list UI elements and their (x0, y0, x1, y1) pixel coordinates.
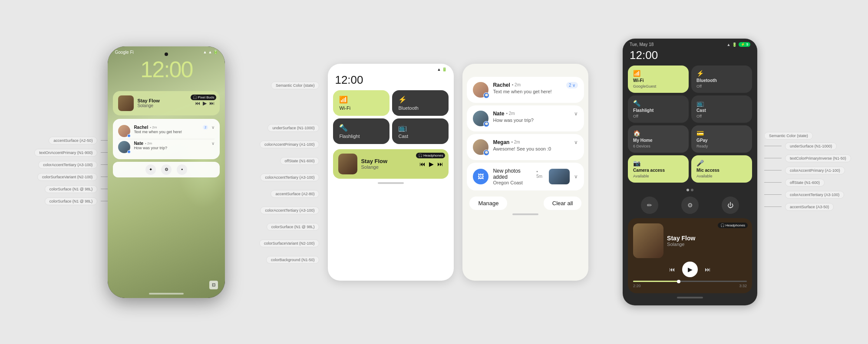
rp-home-tile[interactable]: 🏠 My Home 6 Devices (628, 125, 689, 153)
notif-text-rachel: Text me when you get here! (493, 89, 562, 94)
right-label-item-3: offState (N1-600) (785, 179, 825, 187)
label-line-5: colorSurface (N1 @ 98L) (45, 185, 101, 193)
right-label-3: offState (N1-600) (764, 179, 834, 187)
messages-app-icon-nate: 💬 (483, 121, 489, 127)
message-row-nate[interactable]: Nate • 2m How was your trip? ∨ (118, 139, 215, 155)
headphones-icon-qs: 🎧 (418, 154, 422, 157)
mid-label-4: accentSurface (A2-80) (271, 190, 319, 198)
battery-icon: 🔋 (213, 50, 218, 54)
rp-music-info: Stay Flow Solange (667, 235, 747, 247)
rp-progress-fill (633, 281, 679, 282)
megan-expand[interactable]: ∨ (574, 139, 578, 145)
qs-tiles-grid: 📶 Wi-Fi ⚡ Bluetooth 🔦 Flashlight 📺 Cast (328, 90, 454, 149)
notif-action-row: Manage Clear all (462, 193, 588, 212)
nate-expand[interactable]: ∨ (574, 111, 578, 117)
rp-bluetooth-icon: ⚡ (696, 70, 747, 77)
play-pause-button[interactable]: ▶ (203, 100, 207, 106)
qs-album-art (338, 154, 357, 174)
rp-next-btn[interactable]: ⏭ (705, 266, 711, 273)
semantic-color-top-label: Semantic Color (state) (271, 81, 320, 88)
prev-button[interactable]: ⏮ (195, 100, 200, 106)
action-icon-3[interactable]: • (177, 164, 187, 175)
action-icon-1[interactable]: ✦ (145, 164, 156, 175)
expand-icon[interactable]: ∨ (211, 125, 215, 130)
rp-camera-icon: 📷 (633, 160, 683, 167)
rp-edit-button[interactable]: ✏ (641, 197, 658, 214)
qs-prev-btn[interactable]: ⏮ (419, 161, 426, 167)
clear-all-button[interactable]: Clear all (544, 197, 582, 210)
message-row-rachel[interactable]: Rachel • 2m Text me when you get here! 2… (118, 123, 215, 139)
label-color-surface-1: colorSurface (N1 @ 98L) (45, 185, 98, 193)
wifi-tile-icon: 📶 (339, 95, 383, 104)
rp-camera-sublabel: Available (633, 174, 683, 178)
message-card[interactable]: Rachel • 2m Text me when you get here! 2… (113, 119, 220, 159)
rp-bluetooth-tile[interactable]: ⚡ Bluetooth Off (691, 66, 752, 93)
rp-cast-sublabel: Off (696, 114, 747, 118)
notif-name-megan: Megan (493, 139, 509, 145)
rp-gpay-tile[interactable]: 💳 GPay Ready (691, 125, 752, 153)
right-label-item-2: colorAccentPrimary (A1-100) (785, 167, 845, 174)
notif-content-nate: Nate • 2m How was your trip? (493, 111, 570, 123)
label-color-surface-2: colorSurface (N1 @ 98L) (45, 197, 98, 205)
rachel-notif-avatar: 💬 (473, 82, 488, 98)
notif-photos[interactable]: 🖼 New photos added • 5m Oregon Coast ∨ (467, 163, 584, 190)
right-label-item-1: textColorPrimaryInverse (N1-50) (785, 154, 851, 162)
rp-cast-icon: 📺 (696, 100, 747, 107)
phone-frame: Google Fi ▲ ▲ 🔋 12:00 Stay Flow Solange (108, 46, 225, 298)
pagination-dots (623, 186, 757, 194)
rp-home-indicator (677, 297, 703, 298)
sender-name-nate: Nate (134, 141, 143, 146)
rp-mic-sublabel: Available (696, 174, 747, 178)
rp-mic-tile[interactable]: 🎤 Mic access Available (691, 155, 752, 183)
collapse-icon[interactable]: ∨ (211, 141, 215, 146)
bluetooth-tile-label: Bluetooth (398, 105, 442, 111)
qs-next-btn[interactable]: ⏭ (437, 161, 443, 167)
rp-settings-button[interactable]: ⚙ (681, 197, 699, 214)
wifi-tile[interactable]: 📶 Wi-Fi (333, 90, 389, 116)
rp-power-button[interactable]: ⏻ (722, 197, 739, 214)
right-section: Tue, May 18 ▲ 🔋 ⚡ 5 12:00 📶 Wi-Fi Google… (623, 39, 834, 305)
cast-tile-label: Cast (398, 134, 442, 139)
music-card-wrapper[interactable]: Stay Flow Solange ⏮ ▶ ⏭ 🎧 Pixel Buds (113, 91, 220, 115)
bluetooth-tile[interactable]: ⚡ Bluetooth (392, 90, 449, 116)
left-section: accentSurface (A2-50) textOnAccentPrimar… (34, 46, 225, 298)
notif-home-indicator (512, 213, 538, 215)
rp-cast-tile[interactable]: 📺 Cast Off (691, 95, 752, 123)
qs-play-btn[interactable]: ▶ (429, 161, 434, 167)
notif-nate[interactable]: 💬 Nate • 2m How was your trip? ∨ (467, 105, 584, 131)
rp-flashlight-tile[interactable]: 🔦 Flashlight Off (628, 95, 689, 123)
photos-expand[interactable]: ∨ (574, 174, 578, 180)
qs-music-card[interactable]: Stay Flow Solange ⏮ ▶ ⏭ 🎧 Headphones (333, 149, 449, 179)
dot-1 (686, 189, 689, 191)
label-text-on-accent: textOnAccentPrimary (N1-900) (34, 149, 97, 157)
rp-track-title: Stay Flow (667, 235, 747, 242)
notification-panel: 💬 Rachel • 2m Text me when you get here!… (462, 64, 588, 281)
notif-megan[interactable]: 💬 Megan • 2m Awesome! See you soon :0 ∨ (467, 134, 584, 160)
photos-app-icon: 🖼 (473, 169, 488, 184)
notif-rachel[interactable]: 💬 Rachel • 2m Text me when you get here!… (467, 77, 584, 103)
mid-label-5: colorAccentTertiary (A3-100) (260, 206, 319, 214)
rp-bluetooth-sublabel: Off (696, 84, 747, 88)
phone-screen: Google Fi ▲ ▲ 🔋 12:00 Stay Flow Solange (108, 46, 225, 298)
rp-music-card[interactable]: 🎧 Headphones Stay Flow Solange ⏮ ▶ ⏭ 2 (628, 218, 752, 293)
next-button[interactable]: ⏭ (209, 100, 215, 106)
rp-camera-tile[interactable]: 📷 Camera access Available (628, 155, 689, 183)
cast-tile[interactable]: 📺 Cast (392, 118, 449, 144)
label-line-4: colorSurfaceVariant (N2-100) (37, 173, 101, 181)
rp-camera-label: Camera access (633, 168, 683, 173)
rp-wifi-tile[interactable]: 📶 Wi-Fi GoogleGuest (628, 66, 689, 93)
action-icon-2[interactable]: ⚙ (161, 164, 172, 175)
track-artist: Solange (137, 103, 191, 108)
expand-icon[interactable]: ∨ (572, 83, 575, 88)
rp-play-btn[interactable]: ▶ (682, 262, 698, 277)
rp-wifi-icon-tile: 📶 (633, 70, 683, 77)
rp-flashlight-icon: 🔦 (633, 100, 683, 107)
flashlight-tile-label: Flashlight (339, 134, 383, 139)
manage-button[interactable]: Manage (469, 197, 507, 210)
nav-button[interactable]: ⊡ (209, 281, 218, 289)
label-color-surface-variant: colorSurfaceVariant (N2-100) (37, 173, 97, 181)
flashlight-tile[interactable]: 🔦 Flashlight (333, 118, 389, 144)
right-label-4: colorAccentTertiary (A3-100) (764, 191, 834, 199)
rp-prev-btn[interactable]: ⏮ (669, 266, 675, 273)
cast-tile-icon: 📺 (398, 124, 442, 132)
